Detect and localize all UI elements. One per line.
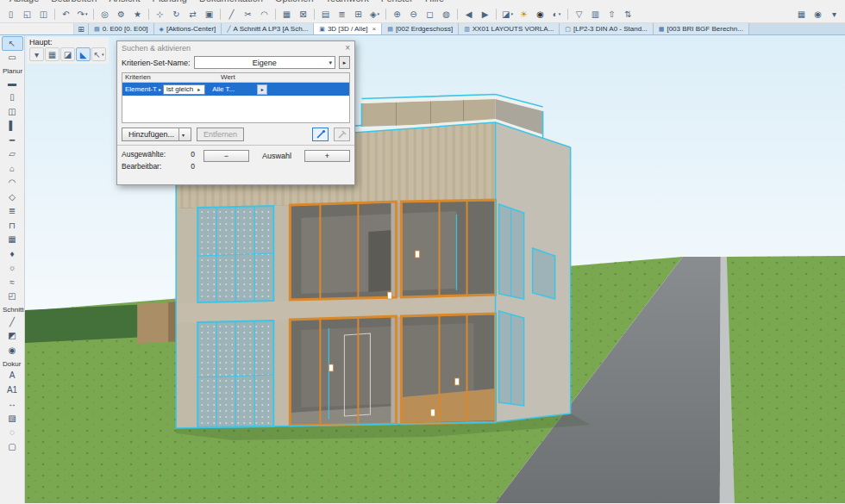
fillet-icon[interactable]: ◠	[256, 7, 272, 22]
shell-tool[interactable]: ◠	[2, 176, 23, 190]
open-file-icon[interactable]: ◱	[19, 7, 35, 22]
morph-tool[interactable]: ◇	[2, 190, 23, 204]
worksheet-tool[interactable]: ▢	[2, 439, 23, 454]
slab-tool[interactable]: ▱	[2, 147, 23, 162]
menu-item[interactable]: Ansicht	[103, 0, 146, 5]
add-criteria-button[interactable]: Hinzufügen... ▾	[122, 128, 191, 141]
criteria-set-select[interactable]: Eigene ▾	[194, 56, 335, 69]
redo-icon[interactable]: ↷	[74, 7, 91, 22]
trim-icon[interactable]: ✂	[240, 7, 256, 22]
mesh-tool[interactable]: ≈	[2, 275, 23, 289]
trowel-icon[interactable]: ◣	[76, 47, 91, 61]
criteria-row[interactable]: Element-T... ▸ ist gleich ▸ Alle T... ▸	[122, 83, 349, 96]
rotate-icon[interactable]: ↻	[168, 7, 185, 22]
text-tool[interactable]: A	[2, 369, 23, 383]
menu-item[interactable]: Ablage	[3, 0, 45, 5]
quick-options-icon[interactable]: ▦	[793, 7, 810, 22]
sun-study-icon[interactable]: ☀	[516, 7, 532, 22]
render-icon[interactable]: ◐	[548, 7, 565, 22]
tab-din-a0[interactable]: ▢ [LP2-3 DIN A0 - Stand...	[560, 23, 653, 34]
more-toolbars-icon[interactable]: ▾	[826, 7, 842, 22]
dimension-tool[interactable]: ↔	[2, 397, 23, 412]
tab-bgf[interactable]: ▦ [003 BRI BGF Berechn...	[654, 23, 749, 34]
zone-tool[interactable]: ◰	[2, 289, 23, 304]
layers-icon[interactable]: ▤	[317, 7, 334, 22]
tab-schnitt[interactable]: ╱ A Schnitt A LP3 [A Sch...	[222, 23, 314, 34]
mirror-icon[interactable]: ⇄	[185, 7, 201, 22]
transfer-criteria-button[interactable]	[334, 128, 350, 141]
options-caret-icon[interactable]: ▾	[29, 47, 44, 61]
undo-icon[interactable]: ↶	[58, 7, 74, 22]
find-select-icon[interactable]: ◎	[97, 7, 113, 22]
split-icon[interactable]: ╱	[223, 7, 240, 22]
tab-overview-button[interactable]: ⊞	[74, 23, 89, 34]
grid-pen-icon[interactable]: ▦	[45, 47, 59, 61]
menu-item[interactable]: Fenster	[375, 0, 419, 5]
tab-erdgeschoss[interactable]: ▤ [002 Erdgeschoss]	[382, 23, 459, 34]
zoom-in-icon[interactable]: ⊕	[389, 7, 405, 22]
layout-book-icon[interactable]: ▥	[587, 7, 604, 22]
tab-e00[interactable]: ▤ 0. E00 [0. E00]	[89, 23, 154, 34]
save-icon[interactable]: ◫	[35, 7, 52, 22]
next-view-icon[interactable]: ▶	[477, 7, 493, 22]
wall-tool[interactable]: ▬	[2, 76, 23, 90]
elevation-tool[interactable]: ◩	[2, 329, 23, 344]
arrow-tool[interactable]: ↖	[2, 36, 23, 51]
previous-view-icon[interactable]: ◀	[460, 7, 477, 22]
select-button[interactable]: +	[304, 150, 350, 162]
marquee-tool[interactable]: ▭	[2, 51, 23, 65]
fit-view-icon[interactable]: ◻	[422, 7, 438, 22]
pick-up-criteria-button[interactable]	[312, 128, 329, 141]
stories-icon[interactable]: ≣	[334, 7, 350, 22]
snap-icon[interactable]: ◈	[366, 7, 383, 22]
tab-layouts[interactable]: ▥ XX01 LAYOUTS VORLA...	[459, 23, 560, 34]
multiply-icon[interactable]: ▣	[201, 7, 217, 22]
criterion-cell[interactable]: Element-T...	[122, 85, 157, 93]
publish-icon[interactable]: ⇧	[604, 7, 620, 22]
tab-3d[interactable]: ▣ 3D [3D / Alle] ×	[314, 23, 382, 34]
menu-item[interactable]: Hilfe	[419, 0, 450, 5]
favorites-icon[interactable]: ★	[129, 7, 146, 22]
remove-criteria-button[interactable]: Entfernen	[197, 128, 244, 141]
roof-tool[interactable]: ⌂	[2, 161, 23, 176]
camera-tool[interactable]: ◉	[2, 343, 23, 358]
close-icon[interactable]: ×	[345, 43, 350, 53]
tab-aktions-center[interactable]: ◈ [Aktions-Center]	[154, 23, 222, 34]
arrow-cursor-icon[interactable]: ↖	[91, 47, 106, 61]
orbit-icon[interactable]: ◍	[438, 7, 454, 22]
menu-item[interactable]: Optionen	[269, 0, 320, 5]
eraser-icon[interactable]: ◪	[60, 47, 75, 61]
operator-select[interactable]: ist gleich ▸	[163, 84, 205, 95]
camera-icon[interactable]: ◉	[532, 7, 548, 22]
fill-tool[interactable]: ▨	[2, 411, 23, 426]
section-tool[interactable]: ╱	[2, 314, 23, 329]
menu-item[interactable]: Planung	[147, 0, 193, 5]
detail-tool[interactable]: ◌	[2, 426, 23, 440]
beam-tool[interactable]: ━	[2, 133, 23, 147]
object-tool[interactable]: ♦	[2, 246, 23, 261]
group-icon[interactable]: ▦	[279, 7, 295, 22]
close-icon[interactable]: ×	[372, 25, 377, 33]
grid-icon[interactable]: ⊞	[350, 7, 366, 22]
move-icon[interactable]: ⊹	[152, 7, 168, 22]
criteria-list-empty[interactable]	[122, 96, 349, 122]
marquee-view-icon[interactable]: ▽	[571, 7, 587, 22]
camera-settings-icon[interactable]: ◉	[810, 7, 826, 22]
lock-icon[interactable]: ⊠	[295, 7, 311, 22]
chevron-down-icon[interactable]: ▾	[178, 128, 185, 140]
column-tool[interactable]: ▌	[2, 119, 23, 134]
value-cell[interactable]: Alle T...	[212, 85, 235, 93]
3d-style-icon[interactable]: ◪	[499, 7, 516, 22]
curtain-wall-tool[interactable]: ▦	[2, 233, 23, 247]
teamwork-sync-icon[interactable]: ⇅	[620, 7, 636, 22]
lamp-tool[interactable]: ☼	[2, 261, 23, 276]
door-tool[interactable]: ▯	[2, 90, 23, 105]
element-settings-icon[interactable]: ⚙	[113, 7, 129, 22]
label-tool[interactable]: A1	[2, 383, 23, 397]
menu-item[interactable]: Dokumentation	[193, 0, 269, 5]
dialog-titlebar[interactable]: Suchen & aktivieren ×	[117, 41, 354, 54]
value-flyout-button[interactable]: ▸	[257, 84, 267, 95]
deselect-button[interactable]: −	[203, 150, 249, 162]
new-file-icon[interactable]: ▯	[3, 7, 19, 22]
menu-item[interactable]: Teamwork	[320, 0, 375, 5]
